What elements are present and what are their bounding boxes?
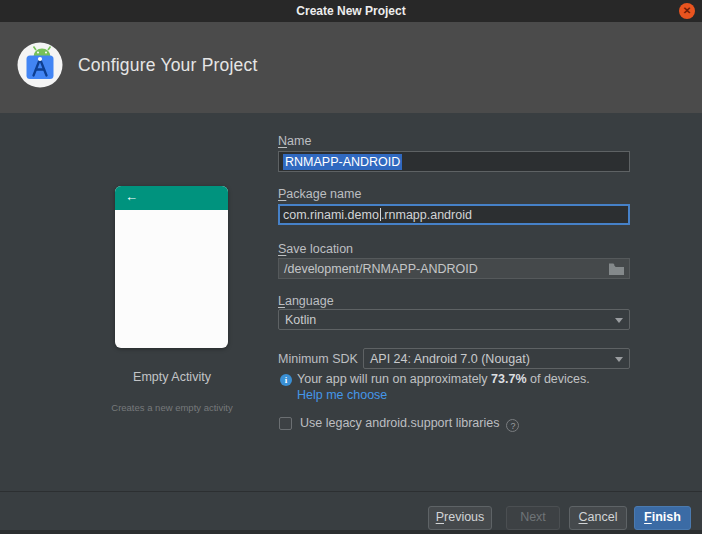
package-name-input[interactable]: com.rinami.demo.rnmapp.android (278, 204, 630, 225)
project-form: Name RNMAPP-ANDROID Package name com.rin… (278, 113, 630, 491)
back-arrow-icon: ← (115, 186, 138, 204)
name-input[interactable]: RNMAPP-ANDROID (278, 151, 630, 172)
help-me-choose-link[interactable]: Help me choose (297, 388, 387, 402)
save-location-input[interactable]: /development/RNMAPP-ANDROID (278, 258, 630, 279)
name-label: Name (278, 134, 311, 148)
cancel-button[interactable]: Cancel (569, 506, 627, 530)
min-sdk-select[interactable]: API 24: Android 7.0 (Nougat) (363, 348, 630, 369)
save-location-label: Save location (278, 242, 353, 256)
selected-text: RNMAPP-ANDROID (283, 154, 402, 170)
previous-button[interactable]: Previous (428, 506, 492, 530)
page-title: Configure Your Project (78, 55, 258, 76)
info-icon: i (280, 374, 292, 386)
sdk-info-text: Your app will run on approximately 73.7%… (297, 372, 590, 386)
phone-preview-appbar: ← (115, 186, 228, 210)
window-titlebar: Create New Project ✕ (0, 0, 702, 22)
help-icon[interactable]: ? (506, 419, 519, 432)
next-button[interactable]: Next (506, 506, 560, 530)
template-description: Creates a new empty activity (86, 402, 258, 413)
chevron-down-icon (615, 318, 623, 323)
window-bottom-edge (0, 530, 702, 534)
legacy-support-checkbox-label: Use legacy android.support libraries? (300, 416, 519, 432)
close-icon: ✕ (683, 5, 691, 16)
finish-button[interactable]: Finish (634, 506, 691, 530)
android-studio-logo-icon (17, 42, 63, 88)
template-preview-card: ← (115, 186, 228, 348)
close-button[interactable]: ✕ (679, 3, 695, 19)
folder-browse-icon[interactable] (608, 262, 625, 276)
create-new-project-dialog: Create New Project ✕ Configure Your Proj… (0, 0, 702, 534)
language-select[interactable]: Kotlin (278, 309, 630, 330)
package-name-label: Package name (278, 187, 361, 201)
template-name: Empty Activity (96, 370, 248, 384)
wizard-header: Configure Your Project (0, 22, 702, 113)
language-label: Language (278, 294, 334, 308)
main-panel: ← Empty Activity Creates a new empty act… (0, 113, 702, 491)
chevron-down-icon (615, 357, 623, 362)
legacy-support-checkbox[interactable] (279, 417, 292, 430)
wizard-footer: Previous Next Cancel Finish (0, 491, 702, 534)
window-title: Create New Project (0, 0, 702, 22)
min-sdk-label: Minimum SDK (278, 352, 358, 366)
